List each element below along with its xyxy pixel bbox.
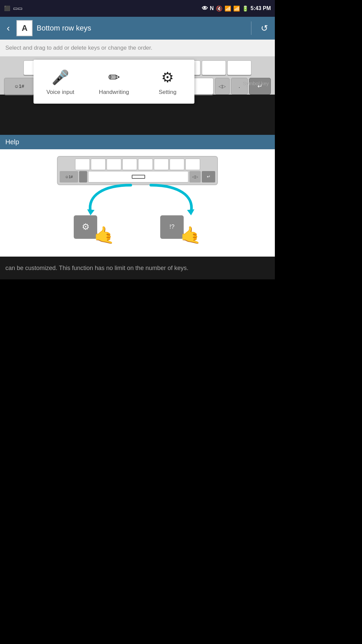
highlight-text: can be customized. This function has no …	[5, 265, 188, 271]
help-title: Help	[5, 138, 19, 146]
help-kb-key-7	[170, 159, 184, 170]
status-right-icons: 👁 N 🔇 📶 📶 🔋 5:43 PM	[202, 5, 271, 12]
help-kb-settings	[79, 171, 87, 182]
left-key-group: ⚙ 🤙	[74, 215, 115, 245]
help-kb-space	[88, 171, 188, 182]
mute-icon: 🔇	[216, 5, 223, 12]
svg-marker-1	[187, 209, 194, 215]
help-kb-key-6	[154, 159, 169, 170]
header: ‹ A Bottom row keys ↺	[0, 17, 275, 40]
kb-key-9[interactable]	[227, 60, 251, 75]
clock: 5:43 PM	[251, 5, 271, 11]
help-kb-key-5	[138, 159, 153, 170]
handwriting-label: Handwriting	[99, 89, 129, 96]
instruction-text: Select and drag to add or delete keys or…	[0, 40, 275, 56]
kb-key-8[interactable]	[202, 60, 226, 75]
cassette-icon: ▭▭	[13, 5, 22, 11]
sym-icon-help: !?	[169, 223, 174, 230]
pen-icon: ✏	[108, 69, 120, 86]
symbol-key-label: Symbol key	[243, 80, 269, 86]
help-kb-key-4	[122, 159, 137, 170]
help-kb-key-3	[107, 159, 121, 170]
right-hand-icon: 🤙	[180, 225, 201, 245]
right-key-group: !? 🤙	[160, 215, 201, 245]
help-kb-top-row	[60, 159, 215, 170]
image-icon: ⬛	[4, 5, 10, 11]
popup-setting[interactable]: ⚙ Setting	[141, 66, 194, 98]
back-button[interactable]: ‹	[4, 21, 12, 35]
status-bar: ⬛ ▭▭ 👁 N 🔇 📶 📶 🔋 5:43 PM	[0, 0, 275, 17]
gear-icon-help: ⚙	[82, 222, 89, 232]
gear-icon: ⚙	[161, 69, 174, 86]
setting-label: Setting	[159, 89, 177, 96]
left-hand-icon: 🤙	[94, 225, 115, 245]
keyboard-preview: ☺1# ⚙ ◁▷ . ↵ 🎤 Voice input ✏ Handwriting…	[0, 56, 275, 95]
battery-icon: 🔋	[242, 5, 249, 12]
popup-menu: 🎤 Voice input ✏ Handwriting ⚙ Setting	[34, 60, 194, 104]
nfc-icon: N	[210, 5, 214, 11]
arrows-key[interactable]: ◁▷	[215, 78, 230, 95]
signal-icon: 📶	[233, 5, 240, 12]
svg-marker-0	[87, 209, 95, 215]
reset-button[interactable]: ↺	[258, 22, 271, 35]
help-kb-key-2	[91, 159, 106, 170]
bottom-description: can be customized. This function has no …	[5, 263, 269, 273]
bottom-text-area: can be customized. This function has no …	[0, 257, 275, 280]
help-kb-key-1	[75, 159, 90, 170]
wifi-icon: 📶	[225, 5, 231, 12]
help-kb-bottom-row: ☺1# ◁▷ ↵	[60, 171, 215, 182]
popup-voice-input[interactable]: 🎤 Voice input	[34, 66, 87, 98]
help-key-cards: ⚙ 🤙 !? 🤙	[74, 215, 201, 245]
help-keyboard: ☺1# ◁▷ ↵	[57, 156, 218, 185]
voice-input-label: Voice input	[46, 89, 74, 96]
microphone-icon: 🎤	[52, 69, 69, 86]
help-section-header: Help	[0, 135, 275, 149]
help-kb-sym-key: ☺1#	[60, 171, 78, 182]
help-kb-key-8	[185, 159, 200, 170]
page-title: Bottom row keys	[37, 24, 244, 33]
header-divider	[251, 21, 251, 35]
help-kb-enter: ↵	[202, 171, 215, 182]
status-left-icons: ⬛ ▭▭	[4, 5, 22, 11]
popup-handwriting[interactable]: ✏ Handwriting	[87, 66, 141, 98]
app-icon: A	[16, 20, 33, 36]
help-image: ☺1# ◁▷ ↵ ⚙ 🤙 !?	[0, 149, 275, 257]
help-kb-arrows: ◁▷	[189, 171, 201, 182]
sym-key[interactable]: ☺1#	[4, 78, 34, 95]
eye-icon: 👁	[202, 5, 208, 12]
